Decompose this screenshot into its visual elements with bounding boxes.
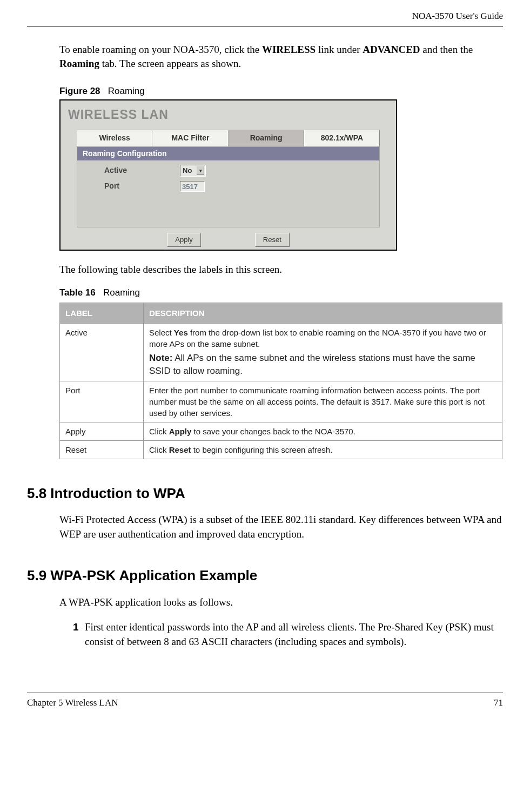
list-item-text: First enter identical passwords into the…: [85, 620, 503, 649]
active-label: Active: [104, 165, 175, 176]
intro-b2: ADVANCED: [363, 44, 420, 55]
d1b: Apply: [169, 427, 192, 436]
intro-paragraph: To enable roaming on your NOA-3570, clic…: [59, 43, 503, 71]
d1post: from the drop-down list box to enable ro…: [149, 328, 486, 348]
tab-mac-filter[interactable]: MAC Filter: [152, 130, 228, 146]
cell-desc: Select Yes from the drop-down list box t…: [144, 324, 502, 381]
port-label: Port: [104, 181, 175, 192]
active-row: Active No: [77, 160, 379, 177]
panel-header: Roaming Configuration: [77, 147, 379, 161]
cell-label: Port: [60, 381, 144, 422]
ui-window-title: WIRELESS LAN: [61, 100, 396, 126]
footer-page: 71: [494, 696, 503, 709]
cell-desc: Click Reset to begin configuring this sc…: [144, 440, 502, 459]
heading-58: 5.8 Introduction to WPA: [27, 484, 503, 503]
figure-title: Roaming: [108, 86, 145, 96]
footer-chapter: Chapter 5 Wireless LAN: [27, 696, 118, 709]
d1post: to begin configuring this screen afresh.: [191, 445, 333, 454]
intro-post: tab. The screen appears as shown.: [99, 58, 241, 69]
note-text: All APs on the same subnet and the wirel…: [149, 353, 475, 376]
ui-screenshot-box: WIRELESS LAN Wireless MAC Filter Roaming…: [59, 99, 397, 251]
active-select[interactable]: No: [180, 165, 206, 177]
d1post: to save your changes back to the NOA-357…: [191, 427, 355, 436]
cell-label: Reset: [60, 440, 144, 459]
tab-wireless[interactable]: Wireless: [77, 130, 152, 146]
intro-b1: WIRELESS: [262, 44, 316, 55]
reset-button[interactable]: Reset: [255, 233, 290, 247]
d1b: Reset: [169, 445, 191, 454]
table-header-row: LABEL DESCRIPTION: [60, 303, 502, 324]
tab-8021x-wpa[interactable]: 802.1x/WPA: [304, 130, 380, 146]
table-caption: Table 16 Roaming: [59, 286, 503, 299]
roaming-panel: Roaming Configuration Active No Port 351…: [77, 146, 380, 227]
list-number: 1: [73, 620, 82, 649]
table-label: Table 16: [59, 287, 96, 298]
body-59: A WPA-PSK application looks as follows.: [59, 595, 503, 610]
intro-b3: Roaming: [59, 58, 99, 69]
table-title: Roaming: [103, 287, 140, 298]
d1: Select: [149, 328, 174, 337]
doc-header-title: NOA-3570 User's Guide: [27, 10, 503, 23]
figure-caption: Figure 28 Roaming: [59, 85, 503, 98]
d1: Click: [149, 427, 169, 436]
footer: Chapter 5 Wireless LAN 71: [27, 696, 503, 709]
table-row: Apply Click Apply to save your changes b…: [60, 422, 502, 440]
table-row: Reset Click Reset to begin configuring t…: [60, 440, 502, 459]
after-figure-text: The following table describes the labels…: [59, 263, 503, 277]
tab-roaming[interactable]: Roaming: [229, 130, 304, 146]
apply-button[interactable]: Apply: [167, 233, 201, 247]
chevron-down-icon[interactable]: [197, 166, 204, 175]
cell-label: Active: [60, 324, 144, 381]
d1b: Yes: [174, 328, 188, 337]
description-table: LABEL DESCRIPTION Active Select Yes from…: [59, 303, 502, 459]
note-b: Note:: [149, 353, 172, 363]
port-input[interactable]: 3517: [180, 181, 205, 192]
intro-pre: To enable roaming on your NOA-3570, clic…: [59, 44, 262, 55]
intro-mid2: and then the: [420, 44, 473, 55]
list-item-1: 1 First enter identical passwords into t…: [73, 620, 503, 649]
active-select-value: No: [183, 166, 192, 176]
cell-desc: Enter the port number to communicate roa…: [144, 381, 502, 422]
intro-mid1: link under: [316, 44, 363, 55]
d1: Click: [149, 445, 169, 454]
header-rule: [27, 26, 503, 26]
button-row: Apply Reset: [61, 233, 396, 247]
table-row: Port Enter the port number to communicat…: [60, 381, 502, 422]
body-58: Wi-Fi Protected Access (WPA) is a subset…: [59, 513, 503, 541]
figure-label: Figure 28: [59, 86, 100, 96]
cell-label: Apply: [60, 422, 144, 440]
tab-row: Wireless MAC Filter Roaming 802.1x/WPA: [77, 130, 380, 146]
heading-59: 5.9 WPA-PSK Application Example: [27, 566, 503, 585]
port-row: Port 3517: [77, 177, 379, 192]
table-row: Active Select Yes from the drop-down lis…: [60, 324, 502, 381]
col-label: LABEL: [60, 303, 144, 324]
footer-rule: [27, 693, 503, 693]
col-description: DESCRIPTION: [144, 303, 502, 324]
cell-desc: Click Apply to save your changes back to…: [144, 422, 502, 440]
